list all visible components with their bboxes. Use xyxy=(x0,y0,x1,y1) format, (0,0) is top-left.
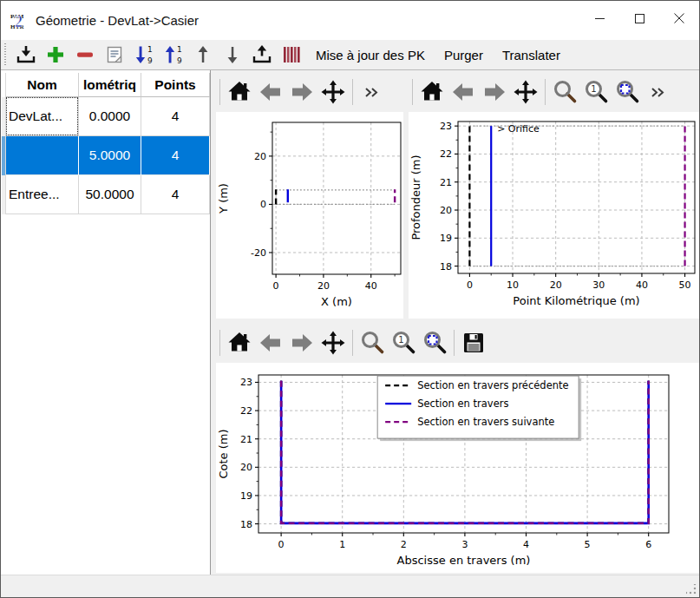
more-tools-button[interactable] xyxy=(643,76,674,108)
svg-text:X (m): X (m) xyxy=(321,295,352,308)
svg-text:4: 4 xyxy=(523,539,529,550)
svg-text:18: 18 xyxy=(240,519,252,530)
table-row: Entree... 50.0000 4 xyxy=(2,175,210,214)
import-button[interactable] xyxy=(12,42,40,68)
update-pk-button[interactable]: Mise à jour des PK xyxy=(307,42,434,68)
pan-button[interactable] xyxy=(317,327,349,358)
svg-text:19: 19 xyxy=(440,233,452,244)
home-button[interactable] xyxy=(224,76,255,108)
sort-descending-button[interactable]: 1 9 xyxy=(130,42,158,68)
zoom-fit-icon xyxy=(422,330,448,356)
svg-text:19: 19 xyxy=(240,490,252,502)
add-button[interactable] xyxy=(42,42,69,68)
cell-pk[interactable]: 5.0000 xyxy=(79,136,141,175)
back-icon xyxy=(258,79,284,105)
sections-panel: Nom lométriq Points DevLat... 0.0000 4 5… xyxy=(1,70,211,575)
minimize-button[interactable] xyxy=(579,1,619,36)
table-header: Nom lométriq Points xyxy=(2,73,210,97)
column-header-nom[interactable]: Nom xyxy=(6,73,79,97)
svg-text:3: 3 xyxy=(461,539,468,550)
forward-icon xyxy=(289,330,315,356)
resize-grip[interactable] xyxy=(686,584,697,595)
svg-text:21: 21 xyxy=(440,177,452,188)
svg-text:1: 1 xyxy=(177,45,182,54)
app-window: PAM HYR 2 Géometrie - DevLat->Casier xyxy=(0,0,700,598)
more-tools-button[interactable] xyxy=(357,76,388,108)
svg-text:0: 0 xyxy=(278,539,285,550)
toolbar-handle-icon[interactable] xyxy=(3,43,8,66)
purge-button[interactable]: Purger xyxy=(435,42,492,68)
pan-icon xyxy=(513,79,539,105)
back-icon xyxy=(258,330,284,356)
zoom-one-button[interactable]: 1 xyxy=(388,327,419,358)
column-header-points[interactable]: Points xyxy=(141,73,210,97)
edit-icon xyxy=(103,43,126,66)
zoom-one-button[interactable]: 1 xyxy=(580,76,612,108)
translate-button[interactable]: Translater xyxy=(494,42,569,68)
back-button[interactable] xyxy=(448,76,479,108)
forward-button[interactable] xyxy=(479,76,510,108)
svg-text:9: 9 xyxy=(147,56,153,65)
forward-button[interactable] xyxy=(286,327,317,358)
cell-points[interactable]: 4 xyxy=(141,136,210,175)
edit-button[interactable] xyxy=(101,42,128,68)
zoom-icon xyxy=(359,330,385,356)
move-down-button[interactable] xyxy=(219,42,246,68)
cell-pk[interactable]: 50.0000 xyxy=(79,175,141,214)
pamhyr2-logo-icon: PAM HYR 2 xyxy=(10,11,29,30)
svg-text:21: 21 xyxy=(240,434,252,445)
pan-icon xyxy=(320,330,346,356)
window-title: Géometrie - DevLat->Casier xyxy=(36,13,199,28)
back-icon xyxy=(450,79,476,105)
sort-descending-icon: 1 9 xyxy=(133,43,155,66)
svg-text:5: 5 xyxy=(585,539,591,550)
move-down-icon xyxy=(221,43,244,66)
forward-icon xyxy=(481,79,507,105)
pan-button[interactable] xyxy=(317,76,349,108)
svg-text:50: 50 xyxy=(679,279,691,291)
sections-button[interactable] xyxy=(278,42,305,68)
plan-view-chart[interactable]: 02040-20020X (m)Y (m) xyxy=(216,112,403,319)
sections-table: Nom lométriq Points DevLat... 0.0000 4 5… xyxy=(2,73,210,214)
svg-text:1: 1 xyxy=(339,539,345,550)
import-icon xyxy=(15,43,37,66)
pan-icon xyxy=(320,79,346,105)
export-button[interactable] xyxy=(248,42,276,68)
zoom-button[interactable] xyxy=(549,76,580,108)
pan-button[interactable] xyxy=(510,76,541,108)
cell-nom[interactable]: Entree... xyxy=(6,175,79,214)
svg-text:2: 2 xyxy=(15,13,23,30)
cell-points[interactable]: 4 xyxy=(141,175,210,214)
save-button[interactable] xyxy=(458,327,489,358)
cell-points[interactable]: 4 xyxy=(141,97,210,136)
svg-text:Y (m): Y (m) xyxy=(217,183,230,214)
delete-button[interactable] xyxy=(71,42,99,68)
plan-plot-toolbar xyxy=(216,75,388,109)
cell-nom[interactable] xyxy=(6,136,79,175)
column-header-kilometrique[interactable]: lométriq xyxy=(79,73,141,97)
home-icon xyxy=(226,79,252,105)
svg-text:0: 0 xyxy=(273,280,279,292)
cell-nom[interactable]: DevLat... xyxy=(6,97,79,136)
svg-text:Section en travers: Section en travers xyxy=(417,398,508,410)
zoom-fit-button[interactable] xyxy=(419,327,450,358)
close-button[interactable] xyxy=(659,1,699,36)
home-button[interactable] xyxy=(224,327,255,358)
back-button[interactable] xyxy=(255,76,286,108)
svg-text:0: 0 xyxy=(260,199,266,210)
cell-pk[interactable]: 0.0000 xyxy=(79,97,141,136)
forward-button[interactable] xyxy=(286,76,317,108)
home-button[interactable] xyxy=(416,76,448,108)
sort-ascending-button[interactable]: 1 9 xyxy=(160,42,187,68)
svg-text:1: 1 xyxy=(591,84,596,94)
cross-section-chart[interactable]: 0123456181920212223Abscisse en travers (… xyxy=(216,363,700,573)
title-bar[interactable]: PAM HYR 2 Géometrie - DevLat->Casier xyxy=(1,1,699,40)
profile-chart[interactable]: 01020304050181920212223Point Kilométriqu… xyxy=(409,112,700,319)
table-row-selected: 5.0000 4 xyxy=(2,136,210,175)
zoom-fit-button[interactable] xyxy=(612,76,643,108)
move-up-button[interactable] xyxy=(189,42,217,68)
svg-text:Profondeur (m): Profondeur (m) xyxy=(409,154,422,240)
back-button[interactable] xyxy=(255,327,286,358)
zoom-button[interactable] xyxy=(357,327,388,358)
maximize-button[interactable] xyxy=(619,1,659,36)
